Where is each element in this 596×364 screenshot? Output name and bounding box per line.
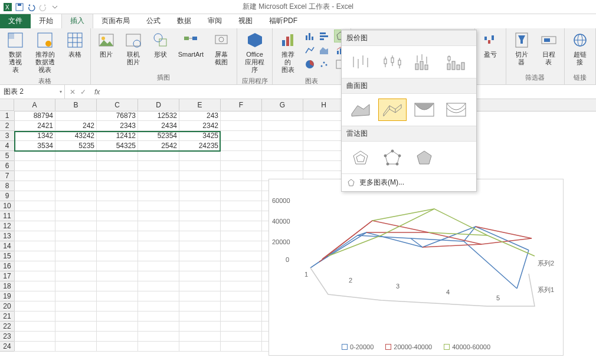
row-header[interactable]: 8 xyxy=(0,181,14,191)
row-header[interactable]: 18 xyxy=(0,281,14,291)
row-header[interactable]: 3 xyxy=(0,131,14,141)
cell[interactable] xyxy=(138,342,179,352)
cell[interactable]: 2343 xyxy=(97,121,138,131)
smartart-button[interactable]: SmartArt xyxy=(176,29,206,60)
picture-button[interactable]: 图片 xyxy=(94,29,118,60)
redo-icon[interactable] xyxy=(38,2,48,12)
cell[interactable]: 12532 xyxy=(138,111,179,121)
cell[interactable] xyxy=(262,141,303,151)
cell[interactable] xyxy=(97,301,138,311)
cell[interactable] xyxy=(97,271,138,281)
cell[interactable]: 24235 xyxy=(179,141,221,151)
cell[interactable] xyxy=(14,261,55,271)
recommended-charts-button[interactable]: 推荐的 图表 xyxy=(276,29,300,76)
cell[interactable] xyxy=(97,291,138,301)
cell[interactable] xyxy=(262,111,303,121)
cell[interactable] xyxy=(138,251,179,261)
cell[interactable] xyxy=(179,271,221,281)
slicer-button[interactable]: 切片器 xyxy=(510,29,533,67)
cell[interactable] xyxy=(262,131,303,141)
cell[interactable] xyxy=(262,161,303,171)
cell[interactable] xyxy=(55,261,97,271)
cell[interactable]: 88794 xyxy=(14,111,55,121)
cell[interactable] xyxy=(221,111,262,121)
cell[interactable] xyxy=(14,231,55,241)
cell[interactable] xyxy=(97,211,138,221)
cell[interactable] xyxy=(179,241,221,251)
cell[interactable] xyxy=(14,332,55,342)
cell[interactable] xyxy=(221,201,262,211)
cell[interactable] xyxy=(138,191,179,201)
cell[interactable] xyxy=(221,121,262,131)
row-header[interactable]: 13 xyxy=(0,231,14,241)
row-header[interactable]: 20 xyxy=(0,301,14,311)
column-header[interactable]: A xyxy=(14,99,55,111)
cell[interactable] xyxy=(221,332,262,342)
row-header[interactable]: 14 xyxy=(0,241,14,251)
cell[interactable]: 52354 xyxy=(138,131,179,141)
column-header[interactable]: G xyxy=(262,99,303,111)
row-header[interactable]: 21 xyxy=(0,311,14,322)
tab-file[interactable]: 文件 xyxy=(0,14,31,28)
cell[interactable] xyxy=(179,311,221,322)
column-header[interactable]: B xyxy=(55,99,97,111)
cell[interactable] xyxy=(221,191,262,201)
cell[interactable] xyxy=(221,291,262,301)
cell[interactable] xyxy=(221,131,262,141)
cell[interactable] xyxy=(14,221,55,231)
cell[interactable] xyxy=(55,231,97,241)
cell[interactable] xyxy=(179,342,221,352)
cell[interactable] xyxy=(179,332,221,342)
column-header[interactable]: E xyxy=(179,99,221,111)
cell[interactable] xyxy=(97,191,138,201)
cell[interactable] xyxy=(138,332,179,342)
area-chart-button[interactable] xyxy=(317,44,330,57)
cell[interactable] xyxy=(179,221,221,231)
radar-filled-button[interactable] xyxy=(410,146,438,169)
cell[interactable] xyxy=(97,201,138,211)
cell[interactable]: 3425 xyxy=(179,131,221,141)
cell[interactable] xyxy=(97,332,138,342)
cell[interactable] xyxy=(221,181,262,191)
row-header[interactable]: 11 xyxy=(0,211,14,221)
table-button[interactable]: 表格 xyxy=(63,29,87,60)
cancel-icon[interactable]: ✕ xyxy=(70,88,76,96)
tab-formulas[interactable]: 公式 xyxy=(138,14,169,28)
cell[interactable] xyxy=(179,251,221,261)
cell[interactable]: 5235 xyxy=(55,141,97,151)
cell[interactable] xyxy=(221,151,262,161)
cell[interactable] xyxy=(262,151,303,161)
cell[interactable] xyxy=(97,322,138,332)
cell[interactable] xyxy=(55,322,97,332)
cell[interactable] xyxy=(138,281,179,291)
row-header[interactable]: 9 xyxy=(0,191,14,201)
cell[interactable] xyxy=(97,151,138,161)
cell[interactable] xyxy=(138,221,179,231)
cell[interactable] xyxy=(138,261,179,271)
cell[interactable] xyxy=(14,211,55,221)
cell[interactable] xyxy=(138,231,179,241)
cell[interactable] xyxy=(138,301,179,311)
scatter-chart-button[interactable] xyxy=(317,58,330,71)
cell[interactable] xyxy=(55,201,97,211)
online-picture-button[interactable]: 联机图片 xyxy=(122,29,145,67)
profit-loss-button[interactable]: 盈亏 xyxy=(479,29,502,60)
cell[interactable] xyxy=(97,241,138,251)
cell[interactable] xyxy=(55,221,97,231)
cell[interactable]: 3534 xyxy=(14,141,55,151)
cell[interactable] xyxy=(97,171,138,181)
cell[interactable]: 2542 xyxy=(138,141,179,151)
cell[interactable]: 2342 xyxy=(179,121,221,131)
embedded-chart[interactable]: 60000 40000 20000 0 1 2 3 4 xyxy=(268,179,564,356)
cell[interactable] xyxy=(97,231,138,241)
cell[interactable] xyxy=(55,191,97,201)
cell[interactable] xyxy=(97,221,138,231)
row-header[interactable]: 22 xyxy=(0,322,14,332)
cell[interactable] xyxy=(55,291,97,301)
cell[interactable] xyxy=(221,261,262,271)
stock-vhlc-button[interactable] xyxy=(410,51,438,73)
cell[interactable] xyxy=(221,342,262,352)
cell[interactable] xyxy=(221,161,262,171)
cell[interactable] xyxy=(138,211,179,221)
tab-view[interactable]: 视图 xyxy=(230,14,261,28)
